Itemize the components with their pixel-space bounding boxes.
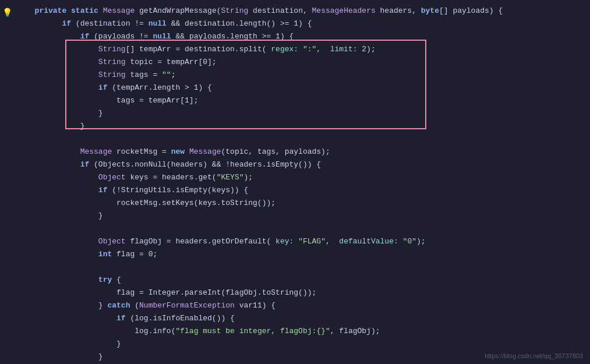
code-line: String[] tempArr = destination.split( re…	[0, 43, 590, 56]
code-line: try {	[0, 274, 590, 287]
line-text: rocketMsg.setKeys(keys.toString());	[23, 197, 590, 210]
line-text: log.info("flag must be integer, flagObj:…	[23, 325, 590, 338]
code-line: if (Objects.nonNull(headers) && !headers…	[0, 158, 590, 171]
line-text: if (!StringUtils.isEmpty(keys)) {	[23, 184, 590, 197]
line-text: String topic = tempArr[0];	[23, 56, 590, 69]
line-text: if (destination != null && destination.l…	[23, 17, 590, 30]
line-text: Object flagObj = headers.getOrDefault( k…	[23, 235, 590, 248]
line-text: int flag = 0;	[23, 248, 590, 261]
code-line: Message rocketMsg = new Message(topic, t…	[0, 146, 590, 158]
code-line: if (tempArr.length > 1) {	[0, 82, 590, 94]
code-line: if (!StringUtils.isEmpty(keys)) {	[0, 184, 590, 197]
code-line: rocketMsg.setKeys(keys.toString());	[0, 197, 590, 210]
line-text: private static Message getAndWrapMessage…	[23, 5, 590, 17]
watermark: https://blog.csdn.net/qq_30737803	[485, 352, 583, 359]
code-line: }	[0, 120, 590, 133]
lines-container: 💡 private static Message getAndWrapMessa…	[0, 5, 590, 363]
code-line: String topic = tempArr[0];	[0, 56, 590, 69]
line-text: String tags = "";	[23, 69, 590, 82]
code-line: tags = tempArr[1];	[0, 94, 590, 107]
line-text: Object keys = headers.get("KEYS");	[23, 171, 590, 184]
code-line: if (log.isInfoEnabled()) {	[0, 312, 590, 325]
code-container: 💡 private static Message getAndWrapMessa…	[0, 0, 590, 364]
line-text: Message rocketMsg = new Message(topic, t…	[23, 146, 590, 158]
code-line: } catch (NumberFormatException var11) {	[0, 299, 590, 312]
line-text	[23, 222, 590, 235]
line-text: if (Objects.nonNull(headers) && !headers…	[23, 158, 590, 171]
line-text: try {	[23, 274, 590, 287]
line-text: String[] tempArr = destination.split( re…	[23, 43, 590, 56]
line-text	[23, 261, 590, 274]
code-line: flag = Integer.parseInt(flagObj.toString…	[0, 287, 590, 299]
code-line: }	[0, 338, 590, 351]
line-text: if (tempArr.length > 1) {	[23, 82, 590, 94]
code-line	[0, 133, 590, 146]
code-line: 💡 private static Message getAndWrapMessa…	[0, 5, 590, 17]
code-line	[0, 261, 590, 274]
line-text: } catch (NumberFormatException var11) {	[23, 299, 590, 312]
line-text: if (payloads != null && payloads.length …	[23, 30, 590, 43]
line-text: }	[23, 120, 590, 133]
code-line: int flag = 0;	[0, 248, 590, 261]
code-line: if (destination != null && destination.l…	[0, 17, 590, 30]
line-text: }	[23, 210, 590, 222]
line-text: if (log.isInfoEnabled()) {	[23, 312, 590, 325]
code-line: Object keys = headers.get("KEYS");	[0, 171, 590, 184]
code-line: log.info("flag must be integer, flagObj:…	[0, 325, 590, 338]
code-line: String tags = "";	[0, 69, 590, 82]
line-text: tags = tempArr[1];	[23, 94, 590, 107]
code-line: }	[0, 107, 590, 120]
code-line	[0, 222, 590, 235]
code-line: if (payloads != null && payloads.length …	[0, 30, 590, 43]
line-text: flag = Integer.parseInt(flagObj.toString…	[23, 287, 590, 299]
line-text: }	[23, 338, 590, 351]
lightbulb-icon: 💡	[2, 6, 12, 19]
code-line: }	[0, 210, 590, 222]
line-text: }	[23, 107, 590, 120]
line-text	[23, 133, 590, 146]
code-line: Object flagObj = headers.getOrDefault( k…	[0, 235, 590, 248]
